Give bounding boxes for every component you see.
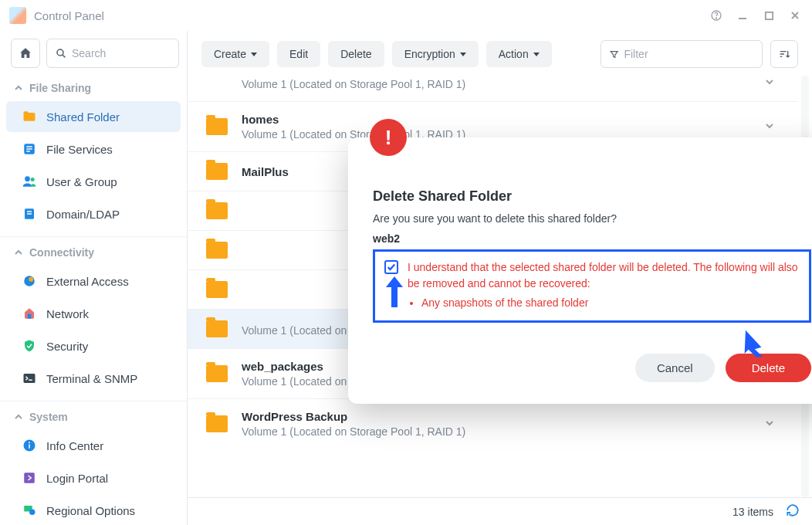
edit-button[interactable]: Edit [277,41,320,67]
folder-icon [206,415,228,432]
folder-name: homes [242,113,764,126]
regional-icon [22,503,37,518]
svg-rect-12 [27,211,32,212]
app-logo-icon [9,7,26,24]
understand-checkbox[interactable] [384,260,398,274]
sidebar-item-label: Shared Folder [46,110,120,124]
folder-icon [206,281,228,298]
item-count: 13 items [732,506,773,518]
folder-icon [206,202,228,219]
sidebar-search[interactable] [46,39,179,68]
caret-down-icon [533,52,540,56]
refresh-icon [786,503,800,517]
group-system[interactable]: System [0,405,187,429]
delete-button[interactable]: Delete [328,41,384,67]
close-button[interactable] [787,8,803,23]
info-icon [22,438,37,453]
folder-icon [206,118,228,135]
sidebar-item-network[interactable]: Network [6,298,181,329]
caret-down-icon [251,52,257,56]
sidebar-item-file-services[interactable]: File Services [6,134,181,164]
svg-point-9 [25,176,30,181]
folder-icon [206,163,228,180]
sidebar-item-label: Terminal & SNMP [46,372,137,385]
sidebar-item-regional-options[interactable]: Regional Options [6,495,181,525]
alert-icon: ! [370,119,407,156]
encryption-button[interactable]: Encryption [392,41,479,67]
filter-box[interactable] [601,40,763,68]
refresh-button[interactable] [786,503,800,520]
action-button[interactable]: Action [486,41,552,67]
search-icon [55,47,67,59]
svg-rect-13 [27,213,32,215]
chevron-down-icon[interactable] [764,120,775,134]
maximize-button[interactable] [761,8,776,23]
terminal-icon [22,371,37,386]
titlebar: Control Panel [0,0,812,31]
dialog-target: web2 [373,232,811,245]
sidebar-item-label: External Access [46,275,129,288]
table-row[interactable]: WordPress BackupVolume 1 (Located on Sto… [188,398,798,449]
filter-input[interactable] [624,48,754,60]
sidebar-item-label: User & Group [46,175,117,188]
svg-point-10 [31,178,35,181]
svg-point-20 [29,442,30,443]
annotation-arrow-up-icon [384,273,404,311]
statusbar: 13 items [188,497,812,525]
sort-button[interactable] [770,40,798,68]
annotation-arrow-icon [736,325,773,363]
sidebar-item-terminal-snmp[interactable]: Terminal & SNMP [6,363,181,394]
dialog-prompt: Are you sure you want to delete this sha… [373,212,811,225]
group-file-sharing[interactable]: File Sharing [0,76,187,100]
toolbar: Create Edit Delete Encryption Action [188,31,812,76]
sidebar-item-label: File Services [46,143,113,156]
sidebar-item-label: Network [46,307,89,320]
chevron-up-icon [14,412,23,422]
svg-point-1 [716,18,716,19]
home-button[interactable] [11,39,40,68]
svg-rect-3 [765,12,772,19]
folder-name: WordPress Backup [242,410,764,423]
shield-icon [22,338,37,354]
chevron-down-icon[interactable] [764,76,775,90]
domain-ldap-icon [22,206,37,222]
folder-location: Volume 1 (Located on Storage Pool 1, RAI… [242,78,764,90]
sidebar-item-label: Security [46,340,88,353]
sidebar-item-login-portal[interactable]: Login Portal [6,462,181,493]
login-portal-icon [22,470,37,486]
main-area: Create Edit Delete Encryption Action Vol… [188,31,812,525]
create-button[interactable]: Create [201,41,269,67]
folder-icon [206,242,228,259]
help-button[interactable] [709,8,724,23]
sidebar-search-input[interactable] [72,47,171,59]
sort-icon [778,48,790,60]
chevron-up-icon [14,83,23,93]
svg-line-7 [63,55,65,57]
sidebar-item-domain-ldap[interactable]: Domain/LDAP [6,198,181,229]
table-row[interactable]: Volume 1 (Located on Storage Pool 1, RAI… [188,76,798,101]
delete-confirm-dialog: ! Delete Shared Folder Are you sure you … [348,137,812,404]
sidebar-item-info-center[interactable]: Info Center [6,430,181,461]
svg-point-6 [57,49,63,56]
sidebar-item-user-group[interactable]: User & Group [6,166,181,197]
sidebar-item-label: Domain/LDAP [46,208,120,221]
sidebar-item-security[interactable]: Security [6,330,181,361]
sidebar-item-shared-folder[interactable]: Shared Folder [6,101,181,132]
svg-rect-19 [29,445,30,449]
network-icon [22,306,37,321]
file-services-icon [22,141,37,157]
svg-rect-21 [24,472,35,483]
minimize-button[interactable] [735,8,750,23]
svg-point-23 [29,510,36,516]
cancel-button[interactable]: Cancel [635,354,715,382]
sidebar-item-label: Regional Options [46,504,135,517]
sidebar-item-external-access[interactable]: External Access [6,266,181,296]
group-connectivity[interactable]: Connectivity [0,240,187,265]
chevron-down-icon[interactable] [764,418,775,431]
svg-point-15 [29,277,33,282]
sidebar-item-label: Login Portal [46,472,108,485]
sidebar: File Sharing Shared Folder File Services… [0,31,188,525]
svg-point-14 [24,276,35,286]
folder-icon [206,320,228,337]
folder-icon [206,365,228,382]
